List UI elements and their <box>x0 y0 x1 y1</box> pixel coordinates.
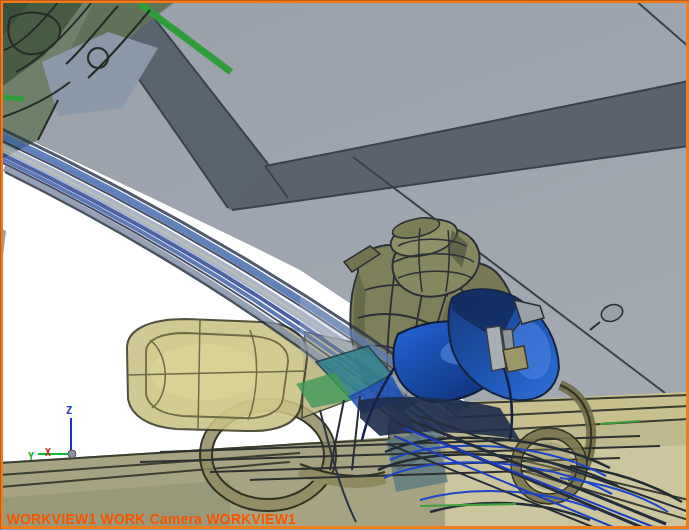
highlighted-edge-green-2 <box>0 97 24 99</box>
model-canvas[interactable]: Z Y X WORKVIEW1 WORK Camera WORKVIEW1 <box>0 0 689 530</box>
csys-origin <box>68 450 76 458</box>
z-axis-label: Z <box>66 405 72 416</box>
view-status-text: WORKVIEW1 WORK Camera WORKVIEW1 <box>7 511 296 527</box>
x-axis-label: X <box>45 447 51 458</box>
cad-viewport[interactable]: Z Y X WORKVIEW1 WORK Camera WORKVIEW1 <box>0 0 689 530</box>
y-axis-label: Y <box>28 451 34 462</box>
